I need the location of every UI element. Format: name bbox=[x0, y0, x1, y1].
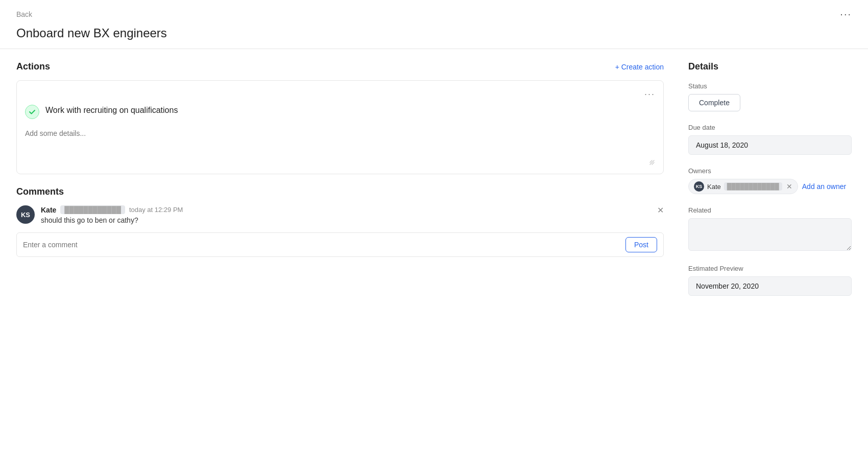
page-title: Onboard new BX engineers bbox=[0, 26, 868, 49]
actions-header: Actions + Create action bbox=[16, 61, 664, 72]
details-textarea[interactable] bbox=[25, 127, 655, 158]
related-label: Related bbox=[688, 206, 852, 214]
owner-avatar: KS bbox=[694, 181, 704, 192]
comment-close-button[interactable]: ✕ bbox=[657, 205, 664, 215]
comment-time: today at 12:29 PM bbox=[129, 206, 183, 214]
due-date-row: Due date August 18, 2020 bbox=[688, 124, 852, 155]
comments-title: Comments bbox=[16, 186, 64, 197]
create-action-link[interactable]: + Create action bbox=[615, 63, 664, 71]
owners-row-container: Owners KS Kate ████████████ ✕ Add an own… bbox=[688, 167, 852, 194]
comment-item: KS Kate ████████████ today at 12:29 PM s… bbox=[16, 205, 664, 224]
actions-title: Actions bbox=[16, 61, 50, 72]
related-row: Related bbox=[688, 206, 852, 252]
commenter-handle: ████████████ bbox=[60, 205, 125, 214]
details-title: Details bbox=[688, 61, 852, 72]
post-button[interactable]: Post bbox=[625, 237, 657, 252]
commenter-name: Kate bbox=[41, 206, 56, 214]
related-textarea[interactable] bbox=[688, 218, 852, 251]
comment-input-row: Post bbox=[16, 232, 664, 257]
owner-handle: ████████████ bbox=[724, 182, 782, 191]
owner-name: Kate bbox=[707, 183, 721, 191]
comments-section: Comments KS Kate ████████████ today at 1… bbox=[16, 186, 664, 257]
action-item: Work with recruiting on qualifications bbox=[25, 104, 655, 119]
action-card: ··· Work with recruiting on qualificatio… bbox=[16, 80, 664, 174]
top-bar: Back ··· bbox=[0, 0, 868, 26]
resize-handle bbox=[25, 159, 655, 166]
commenter-avatar: KS bbox=[16, 205, 35, 224]
owner-remove-button[interactable]: ✕ bbox=[786, 182, 792, 191]
complete-button[interactable]: Complete bbox=[688, 94, 740, 111]
page-more-menu[interactable]: ··· bbox=[840, 8, 852, 20]
owners-row: KS Kate ████████████ ✕ Add an owner bbox=[688, 179, 852, 194]
add-owner-link[interactable]: Add an owner bbox=[802, 182, 846, 191]
title-divider bbox=[0, 49, 868, 49]
comment-input[interactable] bbox=[23, 241, 619, 249]
main-layout: Actions + Create action ··· Work with re… bbox=[0, 61, 868, 308]
comment-text: should this go to ben or cathy? bbox=[41, 216, 664, 224]
comment-header: Kate ████████████ today at 12:29 PM bbox=[41, 205, 664, 214]
status-row: Status Complete bbox=[688, 82, 852, 111]
action-check-icon[interactable] bbox=[25, 105, 39, 119]
comments-header: Comments bbox=[16, 186, 664, 197]
estimated-preview-value: November 20, 2020 bbox=[688, 276, 852, 296]
action-card-more-menu[interactable]: ··· bbox=[644, 89, 655, 100]
owner-tag: KS Kate ████████████ ✕ bbox=[688, 179, 798, 194]
due-date-label: Due date bbox=[688, 124, 852, 131]
due-date-value[interactable]: August 18, 2020 bbox=[688, 135, 852, 155]
left-column: Actions + Create action ··· Work with re… bbox=[16, 61, 664, 308]
back-link[interactable]: Back bbox=[16, 10, 32, 18]
estimated-preview-label: Estimated Preview bbox=[688, 265, 852, 272]
action-text: Work with recruiting on qualifications bbox=[45, 104, 178, 115]
owners-label: Owners bbox=[688, 167, 852, 175]
action-card-top: ··· bbox=[25, 89, 655, 100]
status-label: Status bbox=[688, 82, 852, 90]
estimated-preview-row: Estimated Preview November 20, 2020 bbox=[688, 265, 852, 296]
comment-content: Kate ████████████ today at 12:29 PM shou… bbox=[41, 205, 664, 224]
right-column: Details Status Complete Due date August … bbox=[688, 61, 852, 308]
